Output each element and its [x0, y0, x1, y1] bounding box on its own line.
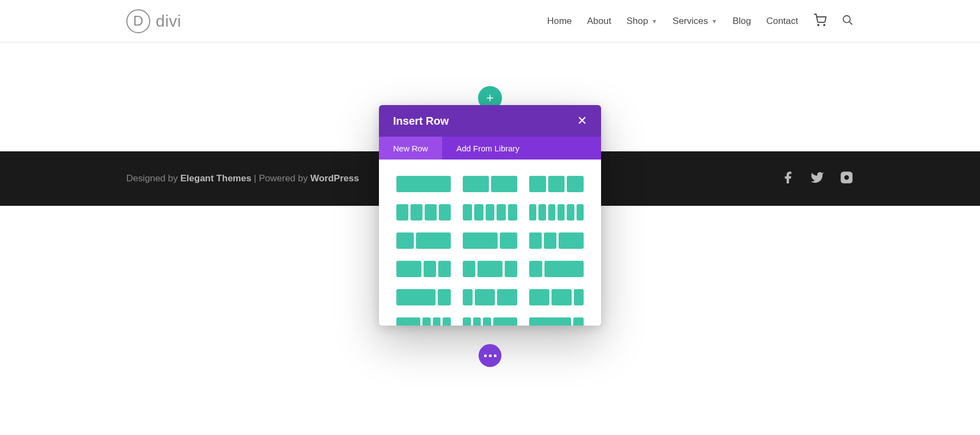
svg-point-2 [843, 15, 850, 22]
chevron-down-icon: ▼ [711, 18, 717, 24]
layout-column [538, 204, 546, 220]
layout-column [529, 261, 542, 277]
layout-column [559, 232, 584, 249]
layout-column [463, 204, 472, 220]
layout-column [505, 261, 517, 277]
row-layout-option[interactable] [396, 176, 451, 192]
site-header: D divi Home About Shop▼ Services▼ Blog C… [0, 0, 980, 42]
footer-link-wordpress[interactable]: WordPress [310, 173, 359, 183]
layout-column [396, 261, 421, 277]
search-icon[interactable] [842, 14, 854, 28]
nav-shop[interactable]: Shop▼ [627, 16, 658, 27]
nav-blog[interactable]: Blog [732, 16, 751, 27]
modal-tabs: New Row Add From Library [379, 137, 601, 160]
svg-point-5 [844, 175, 849, 180]
svg-point-6 [849, 173, 851, 174]
nav-home[interactable]: Home [547, 16, 572, 27]
nav-label: Home [547, 16, 572, 27]
row-layout-option[interactable] [396, 232, 451, 249]
layout-column [567, 176, 584, 192]
layout-column [463, 232, 498, 249]
layout-column [433, 317, 441, 326]
row-layout-option[interactable] [396, 289, 451, 305]
social-links [781, 170, 854, 187]
row-layout-option[interactable] [529, 176, 584, 192]
nav-label: About [587, 16, 611, 27]
layout-column [552, 289, 572, 305]
facebook-icon[interactable] [781, 170, 795, 187]
row-layout-option[interactable] [396, 317, 451, 326]
layout-column [396, 204, 408, 220]
footer-text: Designed by [126, 173, 180, 183]
row-layout-option[interactable] [529, 261, 584, 277]
layout-column [425, 204, 437, 220]
row-layout-option[interactable] [529, 204, 584, 220]
layout-column [424, 261, 436, 277]
row-layout-option[interactable] [463, 289, 517, 305]
layout-column [439, 204, 451, 220]
close-icon[interactable]: ✕ [577, 115, 587, 127]
nav-about[interactable]: About [587, 16, 611, 27]
primary-nav: Home About Shop▼ Services▼ Blog Contact [547, 14, 854, 29]
nav-label: Contact [766, 16, 798, 27]
row-layout-option[interactable] [463, 232, 517, 249]
layout-column [477, 261, 503, 277]
dots-icon [484, 354, 497, 357]
nav-contact[interactable]: Contact [766, 16, 798, 27]
svg-line-3 [849, 21, 853, 24]
nav-label: Shop [627, 16, 648, 27]
row-layout-option[interactable] [529, 232, 584, 249]
row-layout-option[interactable] [396, 261, 451, 277]
layout-column [438, 261, 451, 277]
layout-column [463, 317, 471, 326]
row-layout-option[interactable] [529, 289, 584, 305]
tab-new-row[interactable]: New Row [379, 137, 442, 160]
layout-column [396, 317, 420, 326]
layout-column [396, 232, 414, 249]
layout-column [529, 176, 546, 192]
layout-column [548, 176, 565, 192]
plus-icon: + [486, 90, 494, 106]
modal-header: Insert Row ✕ [379, 105, 601, 137]
row-layout-option[interactable] [529, 317, 584, 326]
logo[interactable]: D divi [126, 9, 181, 33]
more-options-button[interactable] [479, 344, 501, 367]
modal-body [379, 160, 601, 326]
layout-column [396, 289, 436, 305]
layout-column [497, 289, 517, 305]
footer-credits: Designed by Elegant Themes | Powered by … [126, 173, 359, 184]
layout-column [463, 261, 475, 277]
svg-point-1 [824, 24, 825, 26]
footer-link-themes[interactable]: Elegant Themes [180, 173, 251, 183]
cart-icon[interactable] [813, 14, 826, 29]
chevron-down-icon: ▼ [651, 18, 657, 24]
layout-column [529, 317, 571, 326]
row-layout-option[interactable] [463, 176, 517, 192]
nav-services[interactable]: Services▼ [672, 16, 717, 27]
layout-column [529, 289, 549, 305]
logo-mark: D [126, 9, 150, 33]
instagram-icon[interactable] [840, 170, 854, 187]
row-layout-option[interactable] [463, 204, 517, 220]
modal-title: Insert Row [393, 115, 449, 127]
layout-column [529, 232, 542, 249]
layout-column [544, 261, 584, 277]
footer-text: | Powered by [252, 173, 310, 183]
logo-text: divi [156, 12, 181, 30]
tab-add-from-library[interactable]: Add From Library [442, 137, 534, 160]
row-layout-option[interactable] [463, 317, 517, 326]
layout-column [474, 204, 483, 220]
twitter-icon[interactable] [810, 170, 824, 187]
layout-column [422, 317, 431, 326]
layout-column [493, 317, 517, 326]
svg-point-0 [818, 24, 819, 26]
row-layout-option[interactable] [463, 261, 517, 277]
layout-column [483, 317, 491, 326]
layout-column [443, 317, 451, 326]
layout-column [567, 204, 574, 220]
layout-column [497, 204, 506, 220]
layout-column [491, 176, 517, 192]
row-layout-option[interactable] [396, 204, 451, 220]
layout-column [463, 176, 489, 192]
layout-column [548, 204, 555, 220]
